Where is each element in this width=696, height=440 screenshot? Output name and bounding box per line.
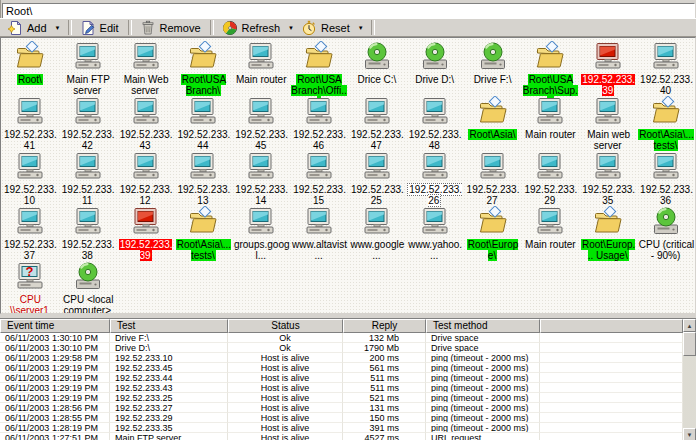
event-log-row[interactable]: 06/11/2003 1:27:51 PMMain FTP serverHost… — [0, 433, 683, 440]
grid-item[interactable]: 192.52.233.25 — [348, 151, 406, 206]
grid-item[interactable]: Drive F:\ — [464, 41, 522, 96]
grid-item[interactable]: 192.52.233.46 — [290, 96, 348, 151]
event-log-row[interactable]: 06/11/2003 1:30:10 PMDrive D:\Ok1790 MbD… — [0, 343, 683, 353]
grid-item[interactable]: www.yahoo.... — [406, 206, 464, 261]
event-log-row[interactable]: 06/11/2003 1:28:56 PM192.52.233.27Host i… — [0, 403, 683, 413]
column-header-test[interactable]: Test — [110, 319, 228, 333]
grid-item[interactable]: 192.52.233.10 — [1, 151, 59, 206]
grid-item[interactable]: Drive D:\ — [406, 41, 464, 96]
grid-item[interactable]: Main router — [521, 206, 579, 261]
event-log-row[interactable]: 06/11/2003 1:28:19 PM192.52.233.35Host i… — [0, 423, 683, 433]
grid-item[interactable]: 192.52.233.48 — [406, 96, 464, 151]
grid-item[interactable]: Root\USA Branch\ — [174, 41, 232, 96]
grid-item[interactable]: 192.52.233.41 — [1, 96, 59, 151]
grid-item[interactable]: 192.52.233.45 — [232, 96, 290, 151]
path-input[interactable] — [2, 3, 695, 19]
toolbar-reset-button[interactable]: Reset — [297, 19, 355, 36]
grid-item[interactable]: www.altavist... — [290, 206, 348, 261]
event-log-cell: 06/11/2003 1:28:19 PM — [0, 423, 110, 433]
grid-item[interactable]: 192.52.233.42 — [59, 96, 117, 151]
grid-item[interactable]: ?CPU \\server1 — [1, 261, 59, 314]
event-log-cell: Ok — [228, 333, 343, 343]
toolbar-edit-button[interactable]: Edit — [76, 19, 124, 36]
event-log-row[interactable]: 06/11/2003 1:29:58 PM192.52.233.10Host i… — [0, 353, 683, 363]
toolbar-add-dropdown[interactable]: ▼ — [52, 19, 64, 36]
folder-icon — [477, 96, 509, 128]
toolbar-reset-dropdown[interactable]: ▼ — [355, 19, 367, 36]
column-header-reply[interactable]: Reply — [343, 319, 426, 333]
grid-item[interactable]: CPU (critical - 90%) — [637, 206, 695, 261]
grid-item[interactable]: 192.52.233.35 — [579, 151, 637, 206]
event-log-cell: Drive D:\ — [110, 343, 228, 353]
grid-item[interactable]: Main router — [232, 41, 290, 96]
grid-item[interactable]: Main FTP server — [59, 41, 117, 96]
event-log-row[interactable]: 06/11/2003 1:29:19 PM192.52.233.25Host i… — [0, 393, 683, 403]
grid-item[interactable]: Main web server — [579, 96, 637, 151]
grid-item[interactable]: 192.52.233.37 — [1, 206, 59, 261]
grid-item[interactable]: 192.52.233.15 — [290, 151, 348, 206]
grid-item[interactable]: Drice C:\ — [348, 41, 406, 96]
event-log-row[interactable]: 06/11/2003 1:29:19 PM192.52.233.45Host i… — [0, 363, 683, 373]
grid-item-label: Drive D:\ — [414, 74, 455, 85]
grid-item[interactable]: 192.52.233.27 — [464, 151, 522, 206]
grid-item[interactable]: 192.52.233.44 — [174, 96, 232, 151]
computer-icon — [592, 96, 624, 128]
grid-item[interactable]: Main Web server — [117, 41, 175, 96]
event-log-row[interactable]: 06/11/2003 1:29:19 PM192.52.233.44Host i… — [0, 373, 683, 383]
grid-item-label: 192.52.233.29 — [522, 184, 579, 206]
event-log-row[interactable]: 06/11/2003 1:28:55 PM192.52.233.29Host i… — [0, 413, 683, 423]
grid-item-label: CPU (critical - 90%) — [638, 239, 695, 261]
toolbar-remove-button[interactable]: Remove — [136, 19, 206, 36]
grid-item[interactable]: www.google... — [348, 206, 406, 261]
grid-item[interactable]: 192.52.233.29 — [521, 151, 579, 206]
computer-icon — [361, 206, 393, 238]
grid-item[interactable]: 192.52.233.39 — [579, 41, 637, 96]
folder-icon — [187, 41, 219, 73]
event-log-cell: 06/11/2003 1:29:19 PM — [0, 373, 110, 383]
scroll-up-button[interactable]: ▲ — [683, 319, 696, 332]
grid-item[interactable]: 192.52.233.12 — [117, 151, 175, 206]
grid-item[interactable]: 192.52.233.11 — [59, 151, 117, 206]
grid-item[interactable]: 192.52.233.40 — [637, 41, 695, 96]
grid-item[interactable]: Root\Europe\ — [464, 206, 522, 261]
grid-item[interactable]: Root\Asia\ — [464, 96, 522, 151]
grid-item[interactable]: 192.52.233.47 — [348, 96, 406, 151]
toolbar-refresh-dropdown[interactable]: ▼ — [285, 19, 297, 36]
scrollbar-thumb[interactable] — [683, 332, 696, 356]
event-log-scrollbar[interactable]: ▲ ▼ — [683, 319, 696, 440]
event-log-cell — [540, 423, 683, 433]
event-log-row[interactable]: 06/11/2003 1:29:19 PM192.52.233.43Host i… — [0, 383, 683, 393]
computer-icon — [187, 151, 219, 183]
grid-item-label: 192.52.233.37 — [1, 239, 58, 261]
toolbar-refresh-button[interactable]: Refresh — [218, 19, 286, 36]
grid-item[interactable]: Main router — [521, 96, 579, 151]
toolbar-add-button[interactable]: Add — [3, 19, 52, 36]
grid-item[interactable]: 192.52.233.43 — [117, 96, 175, 151]
grid-item-label: 192.52.233.27 — [464, 184, 521, 206]
grid-item[interactable]: 192.52.233.38 — [59, 206, 117, 261]
event-log-cell: URL request — [426, 433, 540, 440]
grid-item[interactable]: Root\Europ... Usage\ — [579, 206, 637, 261]
grid-item[interactable]: 192.52.233.39 — [117, 206, 175, 261]
grid-item[interactable]: CPU <local computer> — [59, 261, 117, 314]
grid-item[interactable]: Root\USA Branch\Sup... — [521, 41, 579, 96]
grid-item[interactable]: 192.52.233.14 — [232, 151, 290, 206]
scroll-down-button[interactable]: ▼ — [683, 428, 696, 440]
event-log-cell: 192.52.233.10 — [110, 353, 228, 363]
refresh-icon — [222, 20, 238, 36]
grid-item[interactable]: groups.googl... — [232, 206, 290, 261]
event-log-cell: 06/11/2003 1:29:19 PM — [0, 393, 110, 403]
column-header-event-time[interactable]: Event time — [0, 319, 110, 333]
grid-item[interactable]: Root\ — [1, 41, 59, 96]
grid-item[interactable]: Root\USA Branch\Offi... — [290, 41, 348, 96]
grid-item[interactable]: 192.52.233.36 — [637, 151, 695, 206]
column-header-test-method[interactable]: Test method — [426, 319, 540, 333]
grid-item[interactable]: Root\Asia\... tests\ — [637, 96, 695, 151]
column-header[interactable] — [540, 319, 683, 333]
column-header-status[interactable]: Status — [228, 319, 343, 333]
computer-icon — [303, 151, 335, 183]
grid-item[interactable]: 192.52.233.26 — [406, 151, 464, 206]
event-log-row[interactable]: 06/11/2003 1:30:10 PMDrive F:\Ok132 MbDr… — [0, 333, 683, 343]
grid-item[interactable]: 192.52.233.13 — [174, 151, 232, 206]
grid-item[interactable]: Root\Asia\... tests\ — [174, 206, 232, 261]
